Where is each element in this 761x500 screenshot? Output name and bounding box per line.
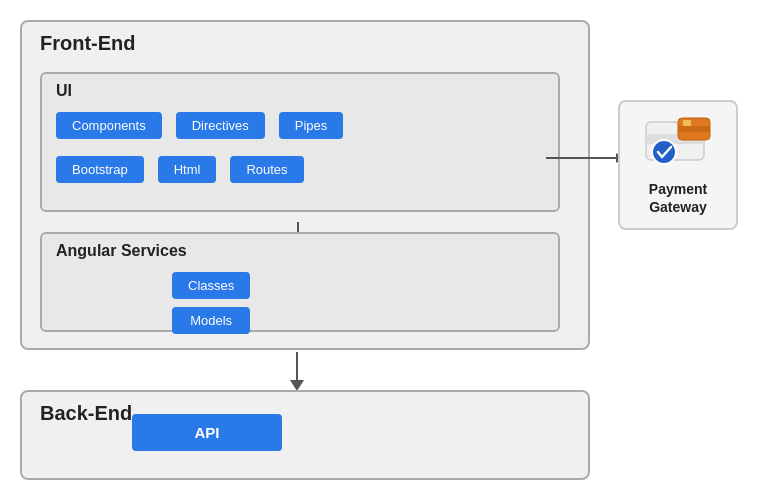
payment-icon bbox=[642, 114, 714, 174]
ui-box: UI Components Directives Pipes Bootstrap… bbox=[40, 72, 560, 212]
bootstrap-btn[interactable]: Bootstrap bbox=[56, 156, 144, 183]
arrow-line-main bbox=[296, 352, 298, 380]
services-box: Angular Services Classes Models bbox=[40, 232, 560, 332]
api-btn[interactable]: API bbox=[132, 414, 282, 451]
services-title: Angular Services bbox=[56, 242, 187, 260]
services-buttons: Classes Models bbox=[172, 272, 250, 334]
ui-row1: Components Directives Pipes bbox=[56, 112, 343, 139]
frontend-title: Front-End bbox=[40, 32, 136, 55]
classes-btn[interactable]: Classes bbox=[172, 272, 250, 299]
payment-gateway-box: PaymentGateway bbox=[618, 100, 738, 230]
frontend-box: Front-End UI Components Directives Pipes… bbox=[20, 20, 590, 350]
arrow-frontend-to-backend bbox=[290, 352, 304, 391]
pipes-btn[interactable]: Pipes bbox=[279, 112, 344, 139]
svg-rect-13 bbox=[683, 120, 691, 126]
ui-title: UI bbox=[56, 82, 72, 100]
svg-rect-11 bbox=[678, 126, 710, 132]
routes-btn[interactable]: Routes bbox=[230, 156, 303, 183]
html-btn[interactable]: Html bbox=[158, 156, 217, 183]
backend-title: Back-End bbox=[40, 402, 132, 425]
payment-gateway-label: PaymentGateway bbox=[649, 180, 707, 216]
models-btn[interactable]: Models bbox=[172, 307, 250, 334]
svg-point-12 bbox=[652, 140, 676, 164]
ui-row2: Bootstrap Html Routes bbox=[56, 156, 304, 183]
backend-box: Back-End API SQL DB bbox=[20, 390, 590, 480]
arrow-to-payment bbox=[546, 153, 624, 163]
directives-btn[interactable]: Directives bbox=[176, 112, 265, 139]
components-btn[interactable]: Components bbox=[56, 112, 162, 139]
arrow-line-to-payment bbox=[546, 157, 616, 159]
